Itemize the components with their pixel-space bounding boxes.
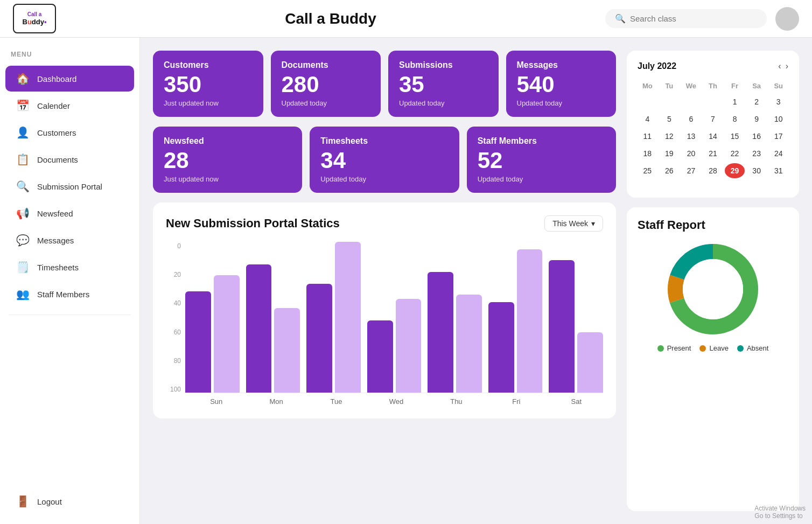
cal-day[interactable]: 28 bbox=[703, 163, 723, 178]
cal-day[interactable]: 24 bbox=[768, 146, 788, 161]
stat-label: Timesheets bbox=[320, 136, 448, 146]
bar-day-label: Sat bbox=[550, 397, 603, 406]
cal-day[interactable]: 23 bbox=[747, 146, 767, 161]
sidebar-item-dashboard[interactable]: 🏠 Dashboard bbox=[5, 66, 134, 92]
sidebar-item-newsfeed[interactable]: 📢 Newsfeed bbox=[5, 200, 134, 226]
bar-light bbox=[274, 308, 300, 393]
stat-card-newsfeed[interactable]: Newsfeed 28 Just updated now bbox=[153, 127, 302, 193]
sidebar-item-staff-members[interactable]: 👥 Staff Members bbox=[5, 281, 134, 307]
cal-day[interactable]: 7 bbox=[703, 111, 723, 127]
cal-day[interactable]: 9 bbox=[747, 111, 767, 127]
cal-day[interactable]: 15 bbox=[725, 129, 745, 144]
stat-card-staff-members[interactable]: Staff Members 52 Updated today bbox=[467, 127, 616, 193]
cal-day[interactable]: 3 bbox=[768, 94, 788, 109]
stat-value: 540 bbox=[517, 73, 606, 96]
bar-light bbox=[577, 332, 603, 393]
cal-day[interactable]: 8 bbox=[725, 111, 745, 127]
legend-item-leave: Leave bbox=[699, 344, 728, 352]
bar-day-label: Mon bbox=[249, 397, 303, 406]
week-label: This Week bbox=[552, 219, 588, 228]
svg-point-4 bbox=[683, 259, 743, 319]
cal-day[interactable]: 13 bbox=[681, 129, 701, 144]
cal-day[interactable]: 12 bbox=[660, 129, 680, 144]
stat-sub: Just updated now bbox=[164, 99, 253, 107]
search-input[interactable] bbox=[630, 14, 757, 23]
logout-label: Logout bbox=[37, 497, 62, 506]
sidebar-divider bbox=[9, 315, 131, 315]
legend-dot bbox=[737, 345, 744, 352]
stat-row2: Newsfeed 28 Just updated now Timesheets … bbox=[153, 127, 616, 193]
messages-icon: 💬 bbox=[16, 234, 30, 247]
y-axis-label: 100 bbox=[166, 386, 181, 393]
cal-day[interactable]: 19 bbox=[660, 146, 680, 161]
legend-label: Leave bbox=[709, 344, 728, 352]
cal-day[interactable]: 31 bbox=[768, 163, 788, 178]
calendar-title: July 2022 bbox=[638, 61, 676, 71]
stat-card-timesheets[interactable]: Timesheets 34 Updated today bbox=[310, 127, 459, 193]
cal-day[interactable]: 6 bbox=[681, 111, 701, 127]
sidebar-item-label: Newsfeed bbox=[37, 209, 73, 218]
cal-day[interactable]: 25 bbox=[638, 163, 657, 178]
bar-labels: SunMonTueWedThuFriSat bbox=[166, 397, 603, 406]
cal-day[interactable]: 26 bbox=[660, 163, 680, 178]
stat-value: 35 bbox=[399, 73, 488, 96]
stat-sub: Just updated now bbox=[164, 175, 291, 183]
stat-sub: Updated today bbox=[517, 99, 606, 107]
cal-next-btn[interactable]: › bbox=[786, 61, 788, 71]
bar-day-label: Fri bbox=[489, 397, 543, 406]
cal-day[interactable]: 2 bbox=[747, 94, 767, 109]
stat-card-messages[interactable]: Messages 540 Updated today bbox=[506, 51, 617, 117]
stat-sub: Updated today bbox=[282, 99, 370, 107]
stat-card-submissions[interactable]: Submissions 35 Updated today bbox=[388, 51, 499, 117]
stat-card-documents[interactable]: Documents 280 Updated today bbox=[271, 51, 381, 117]
sidebar-item-submission-portal[interactable]: 🔍 Submission Portal bbox=[5, 173, 134, 199]
cal-day[interactable]: 5 bbox=[660, 111, 680, 127]
report-title: Staff Report bbox=[638, 218, 788, 232]
cal-day bbox=[638, 94, 657, 109]
sidebar-item-label: Submission Portal bbox=[37, 182, 102, 191]
bar-dark bbox=[306, 284, 332, 393]
sidebar-item-messages[interactable]: 💬 Messages bbox=[5, 227, 134, 253]
cal-day[interactable]: 1 bbox=[725, 94, 745, 109]
stat-label: Newsfeed bbox=[164, 136, 291, 146]
cal-day[interactable]: 11 bbox=[638, 129, 657, 144]
stat-value: 280 bbox=[282, 73, 370, 96]
week-dropdown[interactable]: This Week ▾ bbox=[544, 215, 603, 232]
cal-day[interactable]: 20 bbox=[681, 146, 701, 161]
cal-day[interactable]: 21 bbox=[703, 146, 723, 161]
sidebar-item-calender[interactable]: 📅 Calender bbox=[5, 93, 134, 118]
sidebar-item-label: Dashboard bbox=[37, 74, 76, 83]
submission-portal-icon: 🔍 bbox=[16, 180, 30, 193]
cal-prev-btn[interactable]: ‹ bbox=[778, 61, 781, 71]
search-bar[interactable]: 🔍 bbox=[605, 9, 767, 28]
stat-card-customers[interactable]: Customers 350 Just updated now bbox=[153, 51, 263, 117]
cal-day bbox=[703, 94, 723, 109]
stat-row1: Customers 350 Just updated now Documents… bbox=[153, 51, 616, 117]
cal-day[interactable]: 14 bbox=[703, 129, 723, 144]
avatar[interactable] bbox=[775, 7, 799, 31]
documents-icon: 📋 bbox=[16, 153, 30, 166]
legend-item-present: Present bbox=[657, 344, 691, 352]
cal-day[interactable]: 17 bbox=[768, 129, 788, 144]
sidebar-item-timesheets[interactable]: 🗒️ Timesheets bbox=[5, 254, 134, 280]
cal-day[interactable]: 16 bbox=[747, 129, 767, 144]
bar-chart-area bbox=[185, 242, 603, 393]
cal-day[interactable]: 18 bbox=[638, 146, 657, 161]
cal-day[interactable]: 10 bbox=[768, 111, 788, 127]
cal-day[interactable]: 22 bbox=[725, 146, 745, 161]
calender-icon: 📅 bbox=[16, 99, 30, 112]
bar-day-label: Thu bbox=[430, 397, 483, 406]
sidebar-item-customers[interactable]: 👤 Customers bbox=[5, 120, 134, 145]
logout-item[interactable]: 🚪 Logout bbox=[5, 488, 134, 514]
calendar: July 2022 ‹ › MoTuWeThFrSaSu123456789101… bbox=[627, 51, 799, 198]
cal-day[interactable]: 4 bbox=[638, 111, 657, 127]
bar-group bbox=[549, 260, 603, 393]
cal-day[interactable]: 30 bbox=[747, 163, 767, 178]
cal-day-header: Tu bbox=[660, 80, 680, 92]
customers-icon: 👤 bbox=[16, 126, 30, 139]
bar-group bbox=[246, 264, 300, 393]
cal-day[interactable]: 29 bbox=[725, 163, 745, 178]
sidebar-item-documents[interactable]: 📋 Documents bbox=[5, 146, 134, 172]
stat-value: 350 bbox=[164, 73, 253, 96]
cal-day[interactable]: 27 bbox=[681, 163, 701, 178]
